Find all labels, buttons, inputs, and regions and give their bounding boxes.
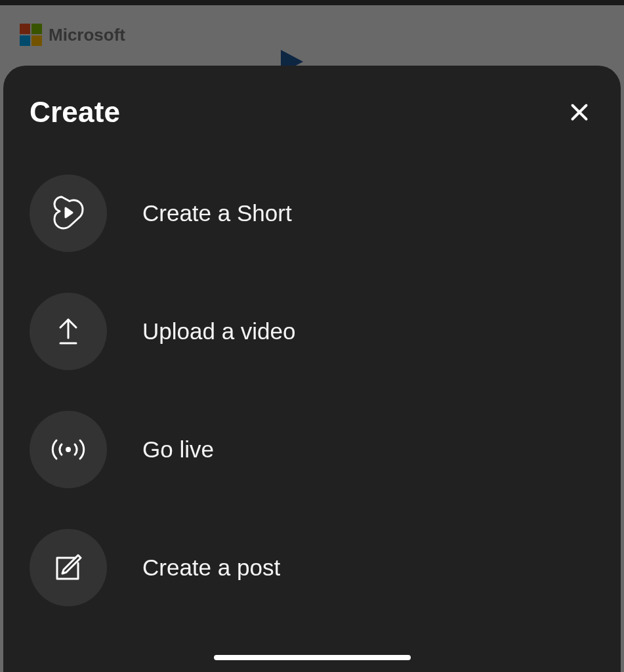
option-create-short[interactable]: Create a Short — [30, 175, 594, 252]
option-go-live[interactable]: Go live — [30, 411, 594, 488]
option-label: Upload a video — [142, 318, 296, 345]
upload-icon — [30, 293, 107, 370]
close-icon — [568, 100, 591, 124]
sheet-header: Create — [30, 96, 594, 129]
home-indicator[interactable] — [214, 655, 411, 660]
option-upload-video[interactable]: Upload a video — [30, 293, 594, 370]
create-bottom-sheet: Create Create a Short Upload a video — [3, 66, 621, 672]
option-label: Go live — [142, 436, 214, 463]
option-label: Create a Short — [142, 200, 292, 226]
option-create-post[interactable]: Create a post — [30, 529, 594, 606]
option-label: Create a post — [142, 555, 280, 581]
shorts-icon — [30, 175, 107, 252]
live-icon — [30, 411, 107, 488]
close-button[interactable] — [564, 97, 594, 127]
post-icon — [30, 529, 107, 606]
sheet-title: Create — [30, 96, 120, 129]
svg-point-4 — [66, 447, 71, 452]
